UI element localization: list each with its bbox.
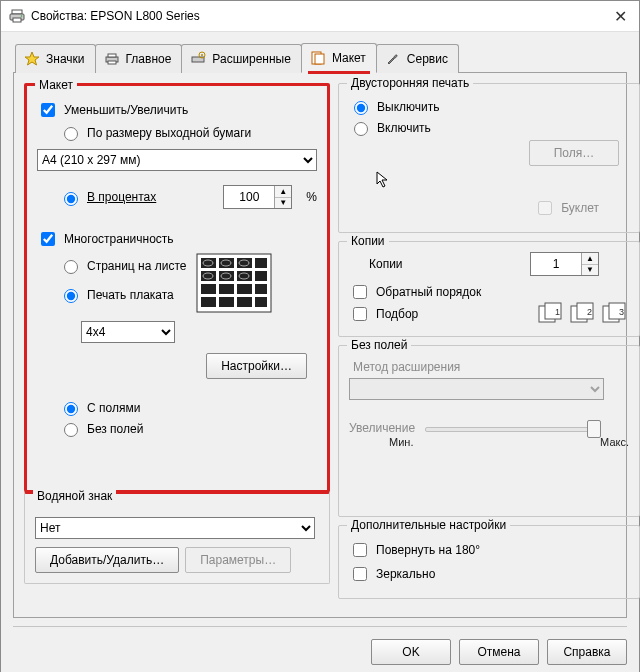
svg-point-10 — [201, 54, 203, 56]
printer-icon — [9, 8, 25, 24]
group-watermark-title: Водяной знак — [33, 489, 116, 503]
select-expansion-method — [349, 378, 604, 400]
svg-rect-7 — [108, 61, 116, 64]
group-layout-title: Макет — [35, 78, 77, 92]
radio-poster-print-label: Печать плаката — [87, 288, 174, 302]
printer-small-icon — [104, 51, 120, 67]
group-copies: Копии Копии ▲▼ — [338, 241, 640, 337]
duplex-fields-button: Поля… — [529, 140, 619, 166]
tab-service[interactable]: Сервис — [376, 44, 459, 73]
help-button[interactable]: Справка — [547, 639, 627, 665]
enlargement-label: Увеличение — [349, 421, 415, 435]
spin-down-icon[interactable]: ▼ — [582, 265, 598, 276]
tab-layout-label: Макет — [332, 51, 366, 65]
poster-thumbnail — [196, 253, 272, 313]
svg-text:3: 3 — [619, 307, 624, 317]
dialog-button-bar: OK Отмена Справка — [13, 626, 627, 665]
radio-by-output-paper[interactable]: По размеру выходной бумаги — [59, 124, 317, 141]
radio-with-borders-label: С полями — [87, 401, 140, 415]
check-reverse-order[interactable]: Обратный порядок — [349, 282, 481, 302]
copies-label: Копии — [369, 257, 403, 271]
radio-duplex-off[interactable]: Выключить — [349, 98, 629, 115]
spin-up-icon[interactable]: ▲ — [582, 253, 598, 265]
close-icon[interactable]: ✕ — [614, 7, 627, 26]
check-reduce-enlarge-label: Уменьшить/Увеличить — [64, 103, 188, 117]
svg-rect-12 — [315, 54, 324, 64]
collate-icons: 1 2 3 — [537, 302, 629, 326]
group-borderless-title: Без полей — [347, 338, 411, 352]
check-booklet[interactable]: Буклет — [534, 198, 599, 218]
check-collate[interactable]: Подбор — [349, 304, 418, 324]
tab-layout[interactable]: Макет — [301, 43, 377, 73]
radio-by-output-paper-label: По размеру выходной бумаги — [87, 126, 251, 140]
svg-rect-17 — [255, 258, 267, 268]
radio-poster-print[interactable]: Печать плаката — [59, 286, 186, 303]
cursor-icon — [375, 170, 629, 188]
group-extra-settings: Дополнительные настройки Повернуть на 18… — [338, 525, 640, 599]
radio-duplex-on[interactable]: Включить — [349, 119, 629, 136]
tabstrip: Значки Главное Расширенные Макет — [13, 42, 627, 73]
svg-rect-29 — [255, 297, 267, 307]
spin-up-icon[interactable]: ▲ — [275, 186, 291, 198]
group-borderless-settings: Без полей Метод расширения Увеличение — [338, 345, 640, 517]
group-watermark: Водяной знак Нет Добавить/Удалить… Парам… — [24, 490, 330, 584]
radio-pages-per-sheet-label: Страниц на листе — [87, 259, 186, 273]
svg-rect-27 — [219, 297, 234, 307]
poster-settings-button[interactable]: Настройки… — [206, 353, 307, 379]
input-percent-value[interactable] — [224, 186, 274, 208]
radio-duplex-on-label: Включить — [377, 121, 431, 135]
tab-icons[interactable]: Значки — [15, 44, 96, 73]
tab-main[interactable]: Главное — [95, 44, 183, 73]
check-multipage[interactable]: Многостраничность — [37, 229, 317, 249]
expansion-method-label: Метод расширения — [353, 360, 629, 374]
svg-text:1: 1 — [555, 307, 560, 317]
input-copies-value[interactable] — [531, 253, 581, 275]
spin-percent[interactable]: ▲▼ — [223, 185, 292, 209]
tab-main-label: Главное — [126, 52, 172, 66]
svg-rect-25 — [255, 284, 267, 294]
watermark-add-remove-button[interactable]: Добавить/Удалить… — [35, 547, 179, 573]
titlebar: Свойства: EPSON L800 Series ✕ — [1, 1, 639, 32]
svg-rect-0 — [12, 10, 22, 14]
radio-duplex-off-label: Выключить — [377, 100, 439, 114]
tab-advanced-label: Расширенные — [212, 52, 291, 66]
spin-down-icon[interactable]: ▼ — [275, 198, 291, 209]
tab-advanced[interactable]: Расширенные — [181, 44, 302, 73]
tab-page-layout: Макет Уменьшить/Увеличить По размеру вых… — [13, 73, 627, 618]
check-booklet-label: Буклет — [561, 201, 599, 215]
check-mirror-label: Зеркально — [376, 567, 435, 581]
group-copies-title: Копии — [347, 234, 389, 248]
spin-copies[interactable]: ▲▼ — [530, 252, 599, 276]
select-poster-size[interactable]: 4x4 — [81, 321, 175, 343]
svg-rect-23 — [219, 284, 234, 294]
radio-in-percent-label: В процентах — [87, 190, 156, 204]
check-reduce-enlarge[interactable]: Уменьшить/Увеличить — [37, 100, 317, 120]
svg-rect-24 — [237, 284, 252, 294]
printer-properties-window: Свойства: EPSON L800 Series ✕ Значки Гла… — [0, 0, 640, 672]
svg-rect-6 — [108, 54, 116, 57]
gear-printer-icon — [190, 51, 206, 67]
svg-point-3 — [21, 15, 23, 17]
check-mirror[interactable]: Зеркально — [349, 564, 629, 584]
group-extra-title: Дополнительные настройки — [347, 518, 510, 532]
ok-button[interactable]: OK — [371, 639, 451, 665]
check-reverse-order-label: Обратный порядок — [376, 285, 481, 299]
svg-text:2: 2 — [587, 307, 592, 317]
select-paper-size[interactable]: A4 (210 x 297 мм) — [37, 149, 317, 171]
check-rotate-180[interactable]: Повернуть на 180° — [349, 540, 629, 560]
svg-marker-4 — [25, 52, 39, 65]
radio-with-borders[interactable]: С полями — [59, 399, 317, 416]
radio-borderless[interactable]: Без полей — [59, 420, 317, 437]
cancel-button[interactable]: Отмена — [459, 639, 539, 665]
tab-icons-label: Значки — [46, 52, 85, 66]
star-icon — [24, 51, 40, 67]
group-duplex-title: Двусторонняя печать — [347, 76, 473, 90]
group-layout: Макет Уменьшить/Увеличить По размеру вых… — [24, 83, 330, 494]
slider-min-label: Мин. — [389, 436, 413, 448]
svg-rect-21 — [255, 271, 267, 281]
radio-pages-per-sheet[interactable]: Страниц на листе — [59, 257, 186, 274]
select-watermark[interactable]: Нет — [35, 517, 315, 539]
radio-in-percent[interactable]: В процентах — [59, 189, 156, 206]
wrench-icon — [385, 51, 401, 67]
check-multipage-label: Многостраничность — [64, 232, 174, 246]
